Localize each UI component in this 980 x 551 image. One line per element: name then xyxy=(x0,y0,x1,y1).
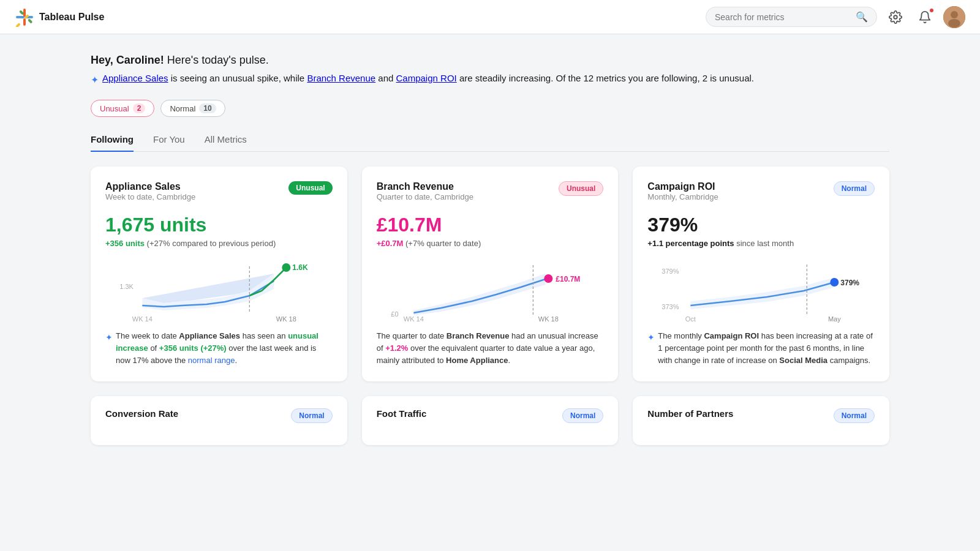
notification-badge xyxy=(929,7,935,13)
chart-dot-blue xyxy=(831,278,839,287)
search-input[interactable] xyxy=(715,12,851,22)
insight-bold: Appliance Sales xyxy=(179,331,240,340)
avatar-image xyxy=(943,6,965,28)
card-foot-traffic: Foot Traffic Normal xyxy=(362,396,619,445)
card-title: Number of Partners xyxy=(647,408,733,419)
gear-icon xyxy=(889,10,902,24)
card-badge: Unusual xyxy=(559,181,603,196)
branch-revenue-link[interactable]: Branch Revenue xyxy=(307,73,375,83)
svg-text:£0: £0 xyxy=(391,310,398,318)
normal-filter-chip[interactable]: Normal 10 xyxy=(160,100,225,117)
campaign-chart: 373% 379% 379% Oct May xyxy=(647,255,875,323)
card-title: Foot Traffic xyxy=(377,408,427,419)
svg-text:WK 14: WK 14 xyxy=(132,315,153,323)
change-secondary: (+27% compared to previous period) xyxy=(147,239,276,248)
metric-change: +£0.7M (+7% quarter to date) xyxy=(377,239,604,248)
insight-social: Social Media xyxy=(779,356,827,365)
greeting-body: Appliance Sales is seeing an unusual spi… xyxy=(102,72,754,86)
change-secondary: (+7% quarter to date) xyxy=(405,239,481,248)
svg-rect-0 xyxy=(23,9,26,17)
unusual-label: Unusual xyxy=(100,104,129,113)
metric-value: 379% xyxy=(647,214,875,236)
svg-text:Oct: Oct xyxy=(685,315,696,323)
metric-value: 1,675 units xyxy=(105,214,333,236)
card-title: Appliance Sales xyxy=(105,181,195,192)
card-number-of-partners: Number of Partners Normal xyxy=(633,396,889,445)
svg-text:£10.7M: £10.7M xyxy=(556,275,580,283)
chart-dot-green xyxy=(282,263,290,272)
insight-value: +356 units (+27%) xyxy=(159,343,227,353)
campaign-chart-svg: 373% 379% 379% Oct May xyxy=(647,255,875,323)
logo-text: Tableau Pulse xyxy=(39,12,104,23)
svg-text:379%: 379% xyxy=(841,279,860,287)
insight: ✦ The week to date Appliance Sales has s… xyxy=(105,330,333,367)
insight-sparkle: ✦ xyxy=(105,331,113,345)
card-campaign-roi: Campaign ROI Monthly, Cambridge Normal 3… xyxy=(633,167,889,381)
insight: The quarter to date Branch Revenue had a… xyxy=(377,330,604,367)
card-title: Campaign ROI xyxy=(647,181,718,192)
tab-all-metrics[interactable]: All Metrics xyxy=(205,134,247,152)
svg-text:WK 14: WK 14 xyxy=(403,315,423,323)
appliance-sales-link[interactable]: Appliance Sales xyxy=(102,73,168,83)
svg-rect-5 xyxy=(28,18,32,23)
svg-rect-6 xyxy=(15,23,20,27)
main-content: Hey, Caroline! Here's today's pulse. ✦ A… xyxy=(61,34,919,465)
card-branch-revenue: Branch Revenue Quarter to date, Cambridg… xyxy=(362,167,619,381)
card-title: Branch Revenue xyxy=(377,181,473,192)
greeting-description: ✦ Appliance Sales is seeing an unusual s… xyxy=(91,72,889,88)
search-bar[interactable]: 🔍 xyxy=(706,7,877,27)
change-primary: +356 units xyxy=(105,239,145,248)
search-icon: 🔍 xyxy=(856,11,868,23)
insight-value: +1.2% xyxy=(385,343,408,353)
card-badge: Unusual xyxy=(288,181,332,195)
appliance-chart-svg: 1.3K 1.6K WK 14 xyxy=(105,255,333,323)
insight-bold: Campaign ROI xyxy=(704,331,759,340)
greeting-suffix: Here's today's pulse. xyxy=(167,54,269,66)
card-appliance-sales: Appliance Sales Week to date, Cambridge … xyxy=(91,167,347,381)
svg-point-11 xyxy=(948,19,960,28)
filter-chips: Unusual 2 Normal 10 xyxy=(91,100,889,117)
tableau-logo-icon xyxy=(15,7,34,27)
insight: ✦ The monthly Campaign ROI has been incr… xyxy=(647,330,875,367)
tab-following[interactable]: Following xyxy=(91,134,134,152)
greeting-section: Hey, Caroline! Here's today's pulse. ✦ A… xyxy=(91,54,889,88)
svg-rect-2 xyxy=(16,16,24,18)
branch-chart-svg: £0 £10.7M WK 14 WK 18 xyxy=(377,255,604,323)
metric-value: £10.7M xyxy=(377,214,604,236)
card-badge: Normal xyxy=(562,408,603,423)
card-badge: Normal xyxy=(291,408,332,423)
metric-change: +1.1 percentage points since last month xyxy=(647,239,875,248)
svg-text:1.3K: 1.3K xyxy=(119,283,134,290)
settings-button[interactable] xyxy=(884,6,907,28)
card-subtitle: Quarter to date, Cambridge xyxy=(377,192,473,201)
unusual-filter-chip[interactable]: Unusual 2 xyxy=(91,100,154,117)
card-header: Appliance Sales Week to date, Cambridge … xyxy=(105,181,333,211)
normal-range-link[interactable]: normal range xyxy=(188,356,235,365)
normal-count: 10 xyxy=(199,103,216,113)
card-subtitle: Monthly, Cambridge xyxy=(647,192,718,201)
greeting-line1: Hey, Caroline! Here's today's pulse. xyxy=(91,54,889,67)
logo: Tableau Pulse xyxy=(15,7,706,27)
unusual-count: 2 xyxy=(133,103,146,113)
avatar[interactable] xyxy=(943,6,965,28)
insight-attribution: Home Appliance xyxy=(446,356,508,365)
change-primary: +£0.7M xyxy=(377,239,404,248)
svg-text:1.6K: 1.6K xyxy=(292,263,308,272)
card-badge: Normal xyxy=(834,181,875,196)
sparkle-icon: ✦ xyxy=(91,73,99,88)
svg-rect-1 xyxy=(23,18,26,26)
tab-for-you[interactable]: For You xyxy=(153,134,185,152)
campaign-roi-link[interactable]: Campaign ROI xyxy=(396,73,457,83)
metric-cards-grid: Appliance Sales Week to date, Cambridge … xyxy=(91,167,889,381)
appliance-chart: 1.3K 1.6K WK 14 xyxy=(105,255,333,323)
insight-sparkle: ✦ xyxy=(647,331,655,345)
card-conversion-rate: Conversion Rate Normal xyxy=(91,396,347,445)
notifications-button[interactable] xyxy=(914,6,936,28)
normal-label: Normal xyxy=(170,104,195,113)
card-badge: Normal xyxy=(834,408,875,423)
header-actions: 🔍 xyxy=(706,6,965,28)
metric-change: +356 units (+27% compared to previous pe… xyxy=(105,239,333,248)
bottom-cards: Conversion Rate Normal Foot Traffic Norm… xyxy=(91,396,889,445)
branch-chart: £0 £10.7M WK 14 WK 18 xyxy=(377,255,604,323)
svg-point-8 xyxy=(894,15,897,19)
